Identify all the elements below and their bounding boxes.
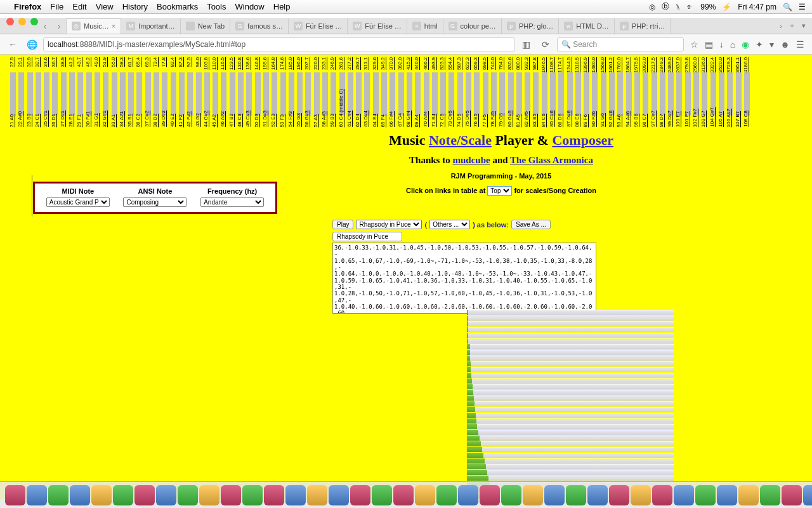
piano-key[interactable]: 36.726 D1 <box>51 57 59 127</box>
piano-key[interactable]: 1760.093 A6 <box>616 57 624 127</box>
top-select[interactable]: Top <box>487 186 512 196</box>
dock-app[interactable] <box>652 485 672 505</box>
dock-app[interactable] <box>480 485 500 505</box>
menu-window[interactable]: Window <box>235 2 265 11</box>
menu-view[interactable]: View <box>96 2 114 11</box>
piano-key[interactable]: 146.850 D3 <box>254 57 262 127</box>
piano-key[interactable]: 207.756 G#3 <box>304 57 312 127</box>
search-field[interactable]: 🔍 Search <box>557 37 684 51</box>
piano-key[interactable]: 1318.588 E6 <box>574 57 582 127</box>
piano-key[interactable]: 3951.1107 B7 <box>735 57 743 127</box>
piano-key[interactable]: 370.066 F#4 <box>388 57 396 127</box>
url-field[interactable]: localhost:8888/MIDI.js-master/examples/M… <box>43 37 515 51</box>
piano-key[interactable]: 123.547 B2 <box>228 57 237 127</box>
piano-key[interactable]: 69.337 C#2 <box>144 57 152 127</box>
dock-app[interactable] <box>199 485 219 505</box>
piano-key[interactable]: 185.054 F#3 <box>287 57 296 127</box>
piano-key[interactable]: 110.045 A2 <box>211 57 219 127</box>
reader-mode-icon[interactable]: ▥ <box>519 37 534 52</box>
menu-history[interactable]: History <box>122 2 148 11</box>
dock-app[interactable] <box>738 485 759 505</box>
dock-app[interactable] <box>285 485 306 505</box>
dock-app[interactable] <box>501 485 521 505</box>
volume-icon[interactable]: ⑊ <box>676 3 680 11</box>
piano-key[interactable]: 51.932 G#1 <box>102 57 110 127</box>
piano-key[interactable]: 2349.398 D7 <box>658 57 667 127</box>
browser-tab[interactable]: New Tab <box>181 18 231 34</box>
piano-key[interactable]: 58.334 A#1 <box>119 57 127 127</box>
piano-key[interactable]: 987.883 B5 <box>532 57 540 127</box>
minimize-window-button[interactable] <box>18 18 26 25</box>
app-name[interactable]: Firefox <box>14 2 41 11</box>
piano-key[interactable]: 659.376 E5 <box>473 57 481 127</box>
notes-textarea[interactable] <box>332 243 596 314</box>
piano-key[interactable]: 349.265 F4 <box>380 57 388 127</box>
piano-key[interactable]: 740.078 F#5 <box>490 57 498 127</box>
piano-key[interactable]: 1396.989 F6 <box>582 57 591 127</box>
dock-app[interactable] <box>523 485 543 505</box>
piano-key[interactable]: 38.927 D#1 <box>60 57 68 127</box>
tabs-overflow-icon[interactable]: › <box>780 22 782 30</box>
piano-key[interactable]: 103.844 G#2 <box>203 57 211 127</box>
browser-tab[interactable]: wHTML D… <box>559 18 615 34</box>
piano-key[interactable]: 220.057 A3 <box>313 57 321 127</box>
piano-key[interactable]: 392.067 G4 <box>397 57 405 127</box>
glass-armonica-link[interactable]: The Glass Armonica <box>510 155 593 165</box>
piano-key[interactable]: 32.724 C1 <box>34 57 43 127</box>
dock-app[interactable] <box>134 485 155 505</box>
piano-key[interactable]: 87.341 F2 <box>178 57 186 127</box>
addon1-icon[interactable]: ◉ <box>742 39 749 50</box>
dock-app[interactable] <box>5 485 25 505</box>
home-button[interactable]: ⌂ <box>730 39 735 50</box>
others-select[interactable]: Others ... <box>429 220 470 229</box>
piano-key[interactable]: 2489.099 D#7 <box>667 57 675 127</box>
wifi-icon[interactable]: ᯤ <box>686 3 694 11</box>
hamburger-menu-icon[interactable]: ☰ <box>796 39 804 50</box>
piano-key[interactable]: 138.649 C#3 <box>245 57 253 127</box>
piano-key[interactable]: 30.923 B0 <box>26 57 34 127</box>
instrument-select[interactable]: Acoustic Grand Piano <box>46 197 110 207</box>
piano-key[interactable]: 554.473 C#5 <box>447 57 455 127</box>
dock-app[interactable] <box>48 485 69 505</box>
browser-tab[interactable]: Gcolour pe… <box>443 18 502 34</box>
browser-tab[interactable]: pPHP: rtri… <box>615 18 671 34</box>
menu-help[interactable]: Help <box>273 2 291 11</box>
dock-app[interactable] <box>113 485 133 505</box>
tab-back-icon[interactable]: ‹ <box>38 21 52 31</box>
dock-app[interactable] <box>91 485 112 505</box>
nav-back-button[interactable]: ← <box>5 37 20 52</box>
piano-key[interactable]: 246.959 B3 <box>329 57 337 127</box>
clock[interactable]: Fri 4:47 pm <box>738 3 776 11</box>
piano-key[interactable]: 466.270 A#4 <box>422 57 431 127</box>
tab-fwd-icon[interactable]: › <box>52 21 66 31</box>
close-window-button[interactable] <box>6 18 14 25</box>
dock-app[interactable] <box>760 485 780 505</box>
piano-key[interactable]: 830.680 G#5 <box>507 57 515 127</box>
piano-key[interactable]: 3729.3106 A#7 <box>726 57 734 127</box>
browser-tab[interactable]: Gfamous s… <box>230 18 289 34</box>
song-select[interactable]: Rhapsody in Puce <box>356 220 422 229</box>
dock-app[interactable] <box>415 485 435 505</box>
dock-app[interactable] <box>221 485 241 505</box>
tempo-select[interactable]: Andante <box>200 197 264 207</box>
dock-app[interactable] <box>329 485 349 505</box>
note-scale-link[interactable]: Note/Scale <box>429 132 492 148</box>
piano-key[interactable]: 622.375 D#5 <box>464 57 473 127</box>
piano-key[interactable]: 41.228 E1 <box>68 57 76 127</box>
piano-key[interactable]: 329.664 E4 <box>372 57 380 127</box>
piano-key[interactable]: 49.031 G1 <box>93 57 102 127</box>
piano-key[interactable]: 587.374 D5 <box>456 57 464 127</box>
dock-app[interactable] <box>393 485 414 505</box>
status-icon[interactable]: ◎ <box>649 3 655 11</box>
piano-key[interactable]: 73.438 D2 <box>152 57 160 127</box>
piano-key[interactable]: 116.546 A#2 <box>219 57 228 127</box>
piano-key[interactable]: 3136.0103 G7 <box>700 57 709 127</box>
piano-key[interactable]: 3520.0105 A7 <box>717 57 726 127</box>
composer-link[interactable]: Composer <box>552 132 613 148</box>
piano-key[interactable]: 698.577 F5 <box>481 57 490 127</box>
dock-app[interactable] <box>264 485 284 505</box>
mudcube-link[interactable]: mudcube <box>452 155 490 165</box>
menu-bookmarks[interactable]: Bookmarks <box>157 2 198 11</box>
close-tab-icon[interactable]: × <box>112 22 115 30</box>
piano-key[interactable]: 77.839 D#2 <box>160 57 169 127</box>
